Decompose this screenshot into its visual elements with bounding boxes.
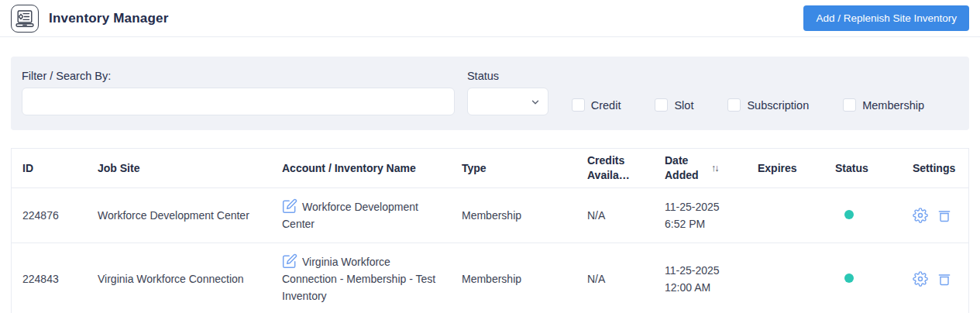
top-header: Inventory Manager Add / Replenish Site I…: [0, 0, 980, 37]
cell-status: [824, 260, 902, 298]
cell-id: 224843: [12, 260, 87, 298]
cell-job-site: Virginia Workforce Connection: [87, 260, 271, 298]
col-header-credits-available: Credits Availa…: [576, 149, 648, 187]
type-checkbox-row: Credit Slot Subscription Membership: [572, 98, 958, 112]
table-body: 224876 Workforce Development Center Work…: [12, 188, 968, 313]
account-name-link[interactable]: Virginia Workforce Connection - Membersh…: [282, 256, 435, 302]
cell-credits-available: N/A: [576, 197, 654, 234]
date-added-time: 12:00 AM: [665, 279, 741, 296]
inventory-table: ID Job Site Account / Inventory Name Typ…: [11, 148, 969, 313]
cell-account-inventory-name: Virginia Workforce Connection - Membersh…: [271, 243, 451, 313]
edit-icon[interactable]: [282, 198, 297, 214]
cell-job-site: Workforce Development Center: [87, 197, 271, 234]
checkbox-membership[interactable]: Membership: [843, 98, 924, 112]
search-input[interactable]: [22, 88, 455, 115]
checkbox-subscription[interactable]: Subscription: [727, 98, 809, 112]
status-select[interactable]: [467, 88, 548, 115]
delete-trash-icon[interactable]: [937, 208, 952, 223]
cell-id: 224876: [12, 197, 87, 234]
search-group: Filter / Search By:: [22, 70, 455, 115]
sort-icon[interactable]: ↑↓: [711, 161, 718, 176]
account-name-link[interactable]: Workforce Development Center: [282, 201, 418, 230]
col-header-settings: Settings: [902, 156, 968, 181]
col-header-job-site: Job Site: [87, 156, 271, 181]
checkbox-credit[interactable]: Credit: [572, 98, 621, 112]
cell-expires: [747, 269, 824, 289]
table-row: 224843 Virginia Workforce Connection Vir…: [12, 243, 968, 313]
cell-settings: [902, 261, 968, 297]
checkbox-slot[interactable]: Slot: [655, 98, 693, 112]
edit-icon[interactable]: [282, 253, 297, 269]
slot-checkbox-input[interactable]: [655, 98, 668, 112]
cell-credits-available: N/A: [576, 260, 654, 298]
settings-gear-icon[interactable]: [913, 271, 928, 287]
subscription-checkbox-input[interactable]: [727, 98, 741, 112]
table-header-row: ID Job Site Account / Inventory Name Typ…: [12, 149, 968, 188]
status-active-dot: [844, 273, 854, 283]
add-replenish-inventory-button[interactable]: Add / Replenish Site Inventory: [803, 5, 969, 31]
cell-settings: [902, 198, 968, 233]
date-added-date: 11-25-2025: [665, 262, 741, 279]
cell-date-added: 11-25-2025 12:00 AM: [654, 252, 747, 306]
credit-checkbox-input[interactable]: [572, 98, 585, 112]
col-header-expires: Expires: [747, 156, 824, 181]
delete-trash-icon[interactable]: [937, 271, 952, 287]
page-title: Inventory Manager: [49, 11, 169, 26]
status-active-dot: [844, 210, 854, 219]
cell-expires: [747, 205, 824, 225]
col-header-type: Type: [451, 156, 576, 181]
cell-type: Membership: [451, 197, 576, 234]
date-added-time: 6:52 PM: [665, 215, 741, 232]
col-header-status: Status: [824, 156, 902, 181]
cell-account-inventory-name: Workforce Development Center: [271, 188, 451, 242]
search-label: Filter / Search By:: [22, 70, 455, 82]
filter-panel: Filter / Search By: Status Credit Slot S…: [11, 57, 969, 130]
col-header-id: ID: [12, 156, 87, 181]
settings-gear-icon[interactable]: [913, 208, 928, 223]
col-header-account-inventory-name: Account / Inventory Name: [271, 156, 451, 181]
cell-type: Membership: [451, 260, 576, 298]
membership-checkbox-input[interactable]: [843, 98, 856, 112]
cell-status: [824, 197, 902, 234]
status-label: Status: [467, 70, 548, 82]
date-added-date: 11-25-2025: [665, 198, 741, 215]
col-header-date-added: Date Added ↑↓: [654, 149, 747, 187]
chevron-down-icon: [530, 97, 541, 108]
table-row: 224876 Workforce Development Center Work…: [12, 188, 968, 243]
cell-date-added: 11-25-2025 6:52 PM: [654, 188, 747, 242]
status-group: Status: [467, 70, 548, 115]
inventory-manager-icon: [11, 5, 39, 33]
